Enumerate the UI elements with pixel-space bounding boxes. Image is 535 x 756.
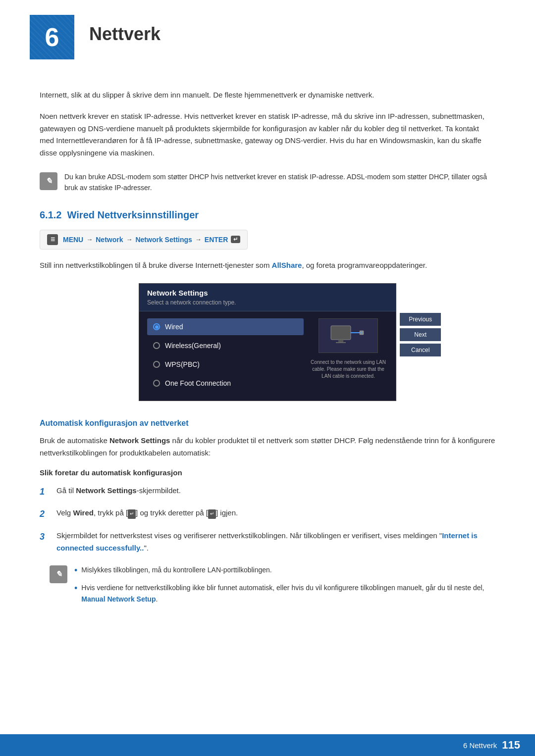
dialog-body: Wired Wireless(General) WPS(PBC): [139, 311, 396, 401]
chapter-number-box: 6: [30, 15, 74, 59]
step-2-number: 2: [40, 507, 50, 522]
option-wps[interactable]: WPS(PBC): [147, 356, 304, 373]
dialog-info-text: Connect to the network using LAN cable. …: [309, 357, 388, 382]
step-3-text: Skjermbildet for nettverkstest vises og …: [56, 530, 495, 554]
menu-path: ☰ MENU → Network → Network Settings → EN…: [40, 230, 248, 250]
svg-rect-0: [331, 326, 351, 340]
section-title: Wired Nettverksinnstillinger: [67, 209, 199, 220]
network-dialog-container: Network Settings Select a network connec…: [40, 283, 495, 401]
menu-arrow-1: →: [86, 236, 93, 243]
network-dialog: Network Settings Select a network connec…: [139, 283, 396, 401]
step-3: 3 Skjermbildet for nettverkstest vises o…: [40, 530, 495, 554]
bullet-2-bold: Manual Network Setup: [81, 595, 156, 603]
bullet-dot-2: •: [74, 581, 77, 596]
slik-heading: Slik foretar du automatisk konfigurasjon: [40, 468, 495, 477]
dialog-right: Connect to the network using LAN cable. …: [309, 318, 388, 394]
step-2: 2 Velg Wired, trykk på [↵] og trykk dere…: [40, 507, 495, 522]
previous-button[interactable]: Previous: [400, 313, 441, 326]
enter-icon: ↵: [231, 236, 240, 243]
radio-wps: [153, 361, 160, 368]
note-text: Du kan bruke ADSL-modem som støtter DHCP…: [64, 171, 495, 194]
network-graphic: [319, 318, 378, 353]
bullet-dot-1: •: [74, 563, 77, 578]
chapter-number: 6: [45, 22, 59, 52]
menu-arrow-3: →: [195, 236, 202, 243]
dialog-title: Network Settings: [147, 289, 388, 297]
step-1-bold: Network Settings: [76, 486, 137, 495]
step-1-text: Gå til Network Settings-skjermbildet.: [56, 485, 181, 497]
option-onefoot[interactable]: One Foot Connection: [147, 375, 304, 392]
section-number: 6.1.2: [40, 209, 61, 220]
radio-wireless: [153, 342, 160, 349]
numbered-list: 1 Gå til Network Settings-skjermbildet. …: [40, 485, 495, 554]
step-2-bold: Wired: [73, 508, 94, 517]
option-wired[interactable]: Wired: [147, 318, 304, 335]
step-1-number: 1: [40, 485, 50, 500]
option-wired-label: Wired: [165, 323, 183, 331]
menu-item-enter: ENTER: [205, 236, 228, 244]
page-number: 115: [502, 739, 520, 752]
page-wrapper: 6 Nettverk Internett, slik at du slipper…: [0, 0, 535, 756]
note-icon-2: ✎: [50, 565, 67, 583]
radio-onefoot: [153, 380, 160, 387]
note-box-bullets: ✎ • Mislykkes tilkoblingen, må du kontro…: [50, 564, 495, 610]
cancel-button[interactable]: Cancel: [400, 344, 441, 356]
chapter-header: 6 Nettverk: [0, 0, 535, 69]
page-footer: 6 Nettverk 115: [0, 734, 535, 756]
dialog-options: Wired Wireless(General) WPS(PBC): [147, 318, 304, 394]
note-icon: ✎: [40, 172, 57, 190]
bullet-2: • Hvis verdiene for nettverkstilkobling …: [74, 582, 495, 605]
section-heading: 6.1.2 Wired Nettverksinnstillinger: [40, 209, 495, 221]
option-onefoot-label: One Foot Connection: [165, 379, 231, 387]
auto-config-bold: Network Settings: [109, 436, 170, 445]
option-wps-label: WPS(PBC): [165, 360, 200, 368]
menu-item-network: Network: [96, 236, 123, 244]
step-1: 1 Gå til Network Settings-skjermbildet.: [40, 485, 495, 500]
bullet-list: • Mislykkes tilkoblingen, må du kontroll…: [74, 564, 495, 610]
radio-wired: [153, 323, 160, 330]
menu-arrow-2: →: [126, 236, 132, 243]
menu-item-settings: Network Settings: [135, 236, 192, 244]
enter-icon-2: ↵: [208, 509, 216, 519]
step-2-text: Velg Wired, trykk på [↵] og trykk derett…: [56, 507, 238, 519]
note-box: ✎ Du kan bruke ADSL-modem som støtter DH…: [40, 171, 495, 194]
svg-rect-2: [336, 342, 346, 343]
bullet-1-text: Mislykkes tilkoblingen, må du kontroller…: [81, 564, 271, 575]
body-paragraph-1: Internett, slik at du slipper å skrive d…: [40, 89, 495, 101]
option-wireless[interactable]: Wireless(General): [147, 337, 304, 354]
svg-rect-4: [360, 331, 364, 335]
subsection-heading: Automatisk konfigurasjon av nettverket: [40, 419, 495, 428]
option-wireless-label: Wireless(General): [165, 342, 221, 350]
network-svg: [328, 323, 368, 348]
bullet-2-text: Hvis verdiene for nettverkstilkobling ik…: [81, 582, 495, 605]
menu-path-icon: ☰: [47, 234, 58, 245]
dialog-subtitle: Select a network connection type.: [147, 299, 388, 306]
body-paragraph-2: Noen nettverk krever en statisk IP-adres…: [40, 110, 495, 159]
next-button[interactable]: Next: [400, 328, 441, 341]
menu-item-menu: MENU: [63, 236, 83, 244]
enter-icon-1: ↵: [128, 509, 136, 519]
intro-allshare: AllShare: [272, 261, 302, 269]
chapter-title: Nettverk: [89, 24, 160, 45]
dialog-buttons: Previous Next Cancel: [400, 313, 441, 356]
footer-label: 6 Nettverk: [463, 741, 497, 750]
content-area: Internett, slik at du slipper å skrive d…: [0, 69, 535, 639]
step-3-number: 3: [40, 530, 50, 545]
svg-rect-1: [338, 340, 343, 342]
dialog-title-bar: Network Settings Select a network connec…: [139, 284, 396, 311]
bullet-1: • Mislykkes tilkoblingen, må du kontroll…: [74, 564, 495, 578]
auto-config-text: Bruk de automatiske Network Settings når…: [40, 435, 495, 459]
intro-text: Still inn nettverkstilkoblingen til å br…: [40, 259, 495, 272]
